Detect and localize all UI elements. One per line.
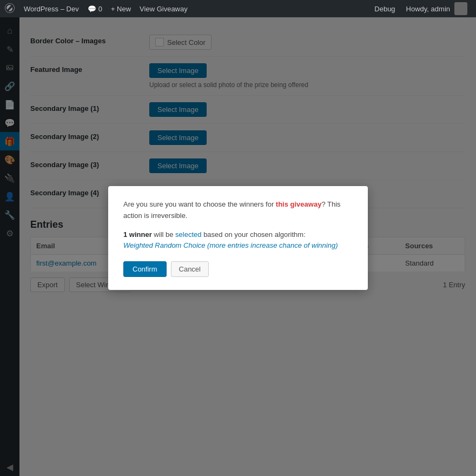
comment-icon: 💬 [88,5,96,13]
modal-selected: selected [175,230,201,239]
wp-logo-icon [4,3,19,15]
adminbar-site[interactable]: WordPress – Dev [19,0,83,17]
modal-text-line1: Are you sure you want to choose the winn… [123,199,353,222]
cancel-button[interactable]: Cancel [171,261,209,277]
modal-will-be: will be [152,230,175,239]
modal-highlight: this giveaway [276,200,322,208]
cancel-button-label: Cancel [179,265,201,273]
adminbar-view-giveaway[interactable]: View Giveaway [135,0,192,17]
adminbar-comments[interactable]: 💬 0 [83,0,107,17]
admin-bar: WordPress – Dev 💬 0 + New View Giveaway … [0,0,476,17]
confirm-button[interactable]: Confirm [123,261,167,277]
adminbar-debug[interactable]: Debug [370,0,399,17]
adminbar-site-label: WordPress – Dev [24,5,79,13]
adminbar-howdy-label: Howdy, admin [406,5,450,13]
modal-algorithm-text: based on your chosen algorithm: [202,230,306,239]
adminbar-howdy[interactable]: Howdy, admin [402,0,472,17]
modal-text-before: Are you sure you want to choose the winn… [123,200,276,208]
modal-box: Are you sure you want to choose the winn… [108,186,368,290]
modal-algorithm-name: Weighted Random Choice (more entries inc… [123,241,338,249]
adminbar-view-giveaway-label: View Giveaway [140,5,188,13]
confirm-button-label: Confirm [133,265,157,273]
adminbar-new-label: + New [111,5,131,13]
modal-text-line2: 1 winner will be selected based on your … [123,229,353,252]
adminbar-new[interactable]: + New [107,0,135,17]
comment-count: 0 [98,5,102,13]
modal-actions: Confirm Cancel [123,261,353,277]
avatar-icon [454,2,467,15]
modal-overlay: Are you sure you want to choose the winn… [0,0,476,476]
adminbar-debug-label: Debug [374,5,395,13]
modal-winner-count: 1 winner [123,230,152,239]
